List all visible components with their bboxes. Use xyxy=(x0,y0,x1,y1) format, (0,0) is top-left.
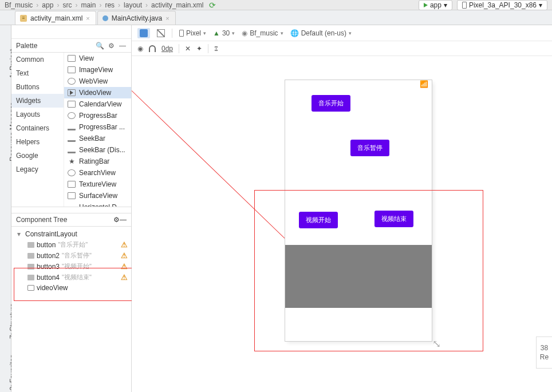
tab-label: MainActivity.java xyxy=(112,14,162,22)
crumb[interactable]: src xyxy=(62,1,72,9)
palette-item-view[interactable]: View xyxy=(64,53,131,64)
guidelines-button[interactable]: Ɪ xyxy=(214,45,218,53)
palette-item-searchview[interactable]: SearchView xyxy=(64,167,131,179)
component-tree-title: Component Tree xyxy=(16,216,113,224)
tree-caret-icon[interactable]: ▾ xyxy=(17,230,23,238)
crumb[interactable]: activity_main.xml xyxy=(151,1,203,9)
palette-body: Common Text Buttons Widgets Layouts Cont… xyxy=(11,53,131,207)
preview-button-video-end[interactable]: 视频结束 xyxy=(374,211,413,227)
design-canvas[interactable]: 📶 音乐开始 音乐暂停 视频开始 视频结束 ⤡ xyxy=(132,56,552,392)
videoview-icon xyxy=(27,285,34,291)
default-margin-button[interactable]: 0dp xyxy=(161,45,173,53)
tree-root-constraintlayout[interactable]: ▾ ConstraintLayout xyxy=(11,229,131,239)
design-surface-button[interactable] xyxy=(137,28,150,38)
palette-item-calendarview[interactable]: CalendarView xyxy=(64,98,131,110)
view-icon xyxy=(27,275,34,280)
palette-cat-containers[interactable]: Containers xyxy=(11,121,64,135)
gear-icon[interactable]: ⚙ xyxy=(107,42,115,50)
palette-item-ratingbar[interactable]: ★RatingBar xyxy=(64,156,131,167)
palette-item-imageview[interactable]: ImageView xyxy=(64,64,131,76)
crumb[interactable]: Bf_music xyxy=(5,1,33,9)
palette-item-progressbar-h[interactable]: ProgressBar ... xyxy=(64,121,131,133)
palette-cat-buttons[interactable]: Buttons xyxy=(11,80,64,94)
close-icon[interactable]: × xyxy=(86,15,89,22)
phone-icon xyxy=(179,30,184,37)
view-icon xyxy=(27,242,34,248)
tree-item-button2[interactable]: button2 "音乐暂停" ⚠ xyxy=(11,250,131,261)
component-tree: ▾ ConstraintLayout button "音乐开始" ⚠ butto… xyxy=(11,227,131,295)
tree-item-button4[interactable]: button4 "视频结束" ⚠ xyxy=(11,272,131,283)
device-dropdown[interactable]: Pixel▾ xyxy=(179,29,206,37)
palette-cat-widgets[interactable]: Widgets xyxy=(11,94,64,108)
crumb[interactable]: main xyxy=(81,1,96,9)
chevron-down-icon: ▾ xyxy=(444,1,447,9)
view-icon xyxy=(27,253,34,259)
palette-cat-text[interactable]: Text xyxy=(11,66,64,80)
crumb[interactable]: app xyxy=(42,1,53,9)
preview-button-video-start[interactable]: 视频开始 xyxy=(299,212,338,228)
tree-item-videoview[interactable]: videoView xyxy=(11,283,131,293)
palette-cat-helpers[interactable]: Helpers xyxy=(11,135,64,149)
right-floating-badge[interactable]: 38 Re xyxy=(536,336,552,369)
tree-item-button3[interactable]: button3 "视频开始" ⚠ xyxy=(11,261,131,272)
theme-dropdown[interactable]: ◉Bf_music▾ xyxy=(242,29,283,37)
view-options-button[interactable] xyxy=(137,45,143,53)
palette-title: Palette xyxy=(16,42,92,50)
view-icon xyxy=(27,264,34,270)
preview-statusbar: 📶 xyxy=(285,80,432,88)
api-dropdown[interactable]: ▲30▾ xyxy=(213,29,235,37)
warning-icon[interactable]: ⚠ xyxy=(121,251,128,260)
palette-item-seekbar-discrete[interactable]: SeekBar (Dis... xyxy=(64,144,131,156)
crumb[interactable]: res xyxy=(105,1,115,9)
annotation-line xyxy=(132,90,297,250)
left-toolwindow-gutter: 1: Project Resource Manager 7: Structure… xyxy=(0,25,11,392)
crumb[interactable]: layout xyxy=(124,1,142,9)
sync-icon[interactable]: ⟳ xyxy=(209,1,216,10)
collapse-icon[interactable]: — xyxy=(119,42,127,50)
palette-item-surfaceview[interactable]: SurfaceView xyxy=(64,190,131,201)
tab-activity-main[interactable]: ≡ activity_main.xml × xyxy=(15,11,96,25)
preview-button-music-pause[interactable]: 音乐暂停 xyxy=(350,140,389,156)
tree-item-button[interactable]: button "音乐开始" ⚠ xyxy=(11,239,131,250)
design-icon xyxy=(140,29,148,37)
palette-cat-layouts[interactable]: Layouts xyxy=(11,108,64,121)
preview-button-music-start[interactable]: 音乐开始 xyxy=(312,95,350,112)
signal-icon: 📶 xyxy=(420,80,428,88)
close-icon[interactable]: × xyxy=(165,15,169,22)
warning-icon[interactable]: ⚠ xyxy=(121,262,128,271)
chevron-down-icon: ▾ xyxy=(539,1,542,9)
infer-constraints-button[interactable]: ✦ xyxy=(196,45,202,53)
tab-label: activity_main.xml xyxy=(30,14,82,22)
search-icon[interactable]: 🔍 xyxy=(96,42,104,50)
palette-cat-legacy[interactable]: Legacy xyxy=(11,163,64,176)
component-tree-header: Component Tree ⚙ — xyxy=(11,213,131,227)
preview-videoview[interactable] xyxy=(285,245,432,308)
clear-constraints-button[interactable]: ✕ xyxy=(185,45,191,53)
run-config-label: app xyxy=(430,1,441,9)
palette-item-textureview[interactable]: TextureView xyxy=(64,179,131,190)
palette-cat-common[interactable]: Common xyxy=(11,53,64,66)
locale-dropdown[interactable]: 🌐Default (en-us)▾ xyxy=(290,29,352,37)
device-preview[interactable]: 📶 音乐开始 音乐暂停 视频开始 视频结束 ⤡ xyxy=(285,80,432,341)
palette-item-videoview[interactable]: VideoView xyxy=(64,87,131,98)
magnet-icon xyxy=(149,45,156,52)
left-panel: Palette 🔍 ⚙ — Common Text Buttons Widget… xyxy=(11,25,132,392)
palette-item-seekbar[interactable]: SeekBar xyxy=(64,133,131,144)
palette-cat-google[interactable]: Google xyxy=(11,149,64,163)
collapse-icon[interactable]: — xyxy=(120,216,127,224)
palette-item-horizontal-divider[interactable]: Horizontal D... xyxy=(64,201,131,207)
blueprint-toggle[interactable] xyxy=(157,29,165,37)
designer-toolbar-second: 0dp ✕ ✦ Ɪ xyxy=(132,41,552,56)
tab-main-activity[interactable]: MainActivity.java × xyxy=(97,11,176,25)
xml-file-icon: ≡ xyxy=(20,15,27,22)
gear-icon[interactable]: ⚙ xyxy=(113,216,120,224)
autoconnect-toggle[interactable] xyxy=(149,45,156,52)
run-config-selector[interactable]: app ▾ xyxy=(419,0,452,10)
palette-item-webview[interactable]: WebView xyxy=(64,76,131,87)
breadcrumb-bar: Bf_music› app› src› main› res› layout› a… xyxy=(0,0,552,10)
warning-icon[interactable]: ⚠ xyxy=(121,273,128,282)
warning-icon[interactable]: ⚠ xyxy=(121,240,128,249)
resize-handle-icon[interactable]: ⤡ xyxy=(432,338,441,350)
palette-item-progressbar[interactable]: ProgressBar xyxy=(64,110,131,121)
device-selector[interactable]: Pixel_3a_API_30_x86 ▾ xyxy=(457,0,547,10)
